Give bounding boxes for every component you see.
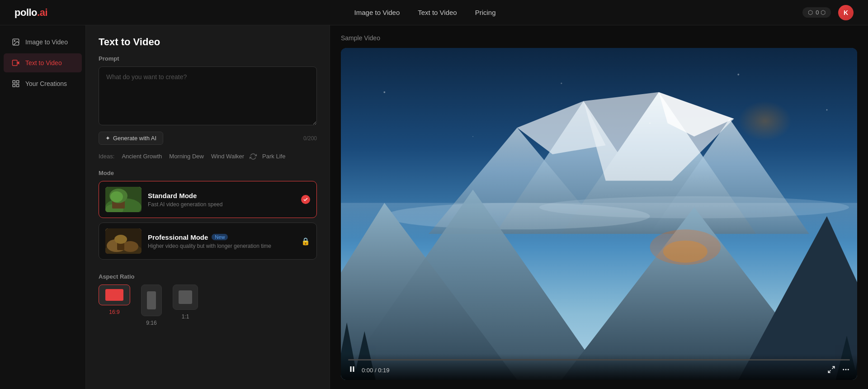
logo[interactable]: pollo.ai — [14, 7, 47, 19]
mode-selected-check — [301, 195, 310, 204]
svg-point-50 — [826, 109, 828, 111]
svg-point-58 — [845, 369, 847, 370]
logo-text: pollo.ai — [14, 7, 47, 19]
aspect-inner-1-1 — [179, 290, 192, 304]
svg-point-49 — [737, 74, 739, 76]
idea-chip-2[interactable]: Wind Walker — [209, 152, 246, 161]
fullscreen-icon[interactable] — [827, 365, 835, 375]
svg-rect-53 — [350, 366, 352, 372]
nav-image-to-video[interactable]: Image to Video — [354, 9, 400, 16]
aspect-inner-9-16 — [147, 291, 156, 309]
sidebar: Image to Video Text to Video Your Creati… — [0, 25, 86, 389]
aspect-preview-9-16 — [141, 285, 162, 316]
controls-right — [827, 365, 850, 375]
video-background — [341, 48, 857, 380]
video-player[interactable]: 0:00 / 0:19 — [341, 48, 857, 380]
prompt-label: Prompt — [99, 55, 317, 62]
generate-with-ai-button[interactable]: ✦ Generate with AI — [99, 132, 163, 145]
aspect-preview-16-9 — [99, 285, 130, 305]
time-display: 0:00 / 0:19 — [362, 367, 389, 374]
aspect-ratio-label: Aspect Ratio — [99, 273, 317, 280]
mode-section: Mode Standard Mode Fast AI video gener — [86, 170, 330, 273]
svg-rect-6 — [13, 85, 15, 87]
char-count: 0/200 — [303, 135, 317, 142]
sidebar-item-text-to-video[interactable]: Text to Video — [4, 53, 82, 72]
header-nav: Image to Video Text to Video Pricing — [354, 9, 496, 16]
ideas-section: Ideas: Ancient Growth Morning Dew Wind W… — [86, 152, 330, 170]
mode-info-professional: Professional Mode New Higher video quali… — [148, 233, 295, 249]
svg-rect-54 — [353, 366, 354, 372]
progress-bar[interactable] — [348, 359, 850, 361]
nav-pricing[interactable]: Pricing — [475, 9, 496, 16]
refresh-icon[interactable] — [250, 153, 257, 160]
sidebar-label-your-creations: Your Creations — [25, 80, 67, 87]
mode-card-standard[interactable]: Standard Mode Fast AI video generation s… — [99, 181, 317, 218]
aspect-ratio-section: Aspect Ratio 16:9 9:16 — [86, 273, 330, 335]
mode-name-standard: Standard Mode — [148, 192, 295, 199]
lock-icon: 🔒 — [301, 237, 310, 246]
svg-point-57 — [843, 369, 844, 370]
mode-card-professional[interactable]: Professional Mode New Higher video quali… — [99, 223, 317, 260]
svg-point-47 — [383, 91, 385, 93]
video-controls: 0:00 / 0:19 — [341, 354, 857, 380]
more-options-icon[interactable] — [842, 365, 850, 375]
svg-rect-2 — [13, 60, 18, 66]
svg-point-48 — [561, 83, 562, 84]
aspect-card-16-9[interactable]: 16:9 — [99, 285, 130, 326]
panel-area: Text to Video Prompt ✦ Generate with AI … — [86, 25, 330, 389]
svg-rect-7 — [17, 85, 19, 87]
grid-icon — [12, 80, 20, 88]
svg-line-56 — [828, 370, 830, 372]
mode-label: Mode — [99, 170, 317, 176]
svg-point-1 — [14, 40, 15, 41]
svg-point-19 — [114, 235, 127, 244]
avatar[interactable]: K — [838, 5, 854, 20]
pause-button[interactable] — [348, 365, 356, 375]
sparkle-icon: ✦ — [105, 135, 110, 142]
aspect-label-1-1: 1:1 — [182, 313, 189, 320]
aspect-inner-16-9 — [105, 289, 123, 301]
aspect-ratio-cards: 16:9 9:16 1:1 — [99, 285, 317, 326]
header: pollo.ai Image to Video Text to Video Pr… — [0, 0, 868, 25]
svg-line-55 — [832, 366, 835, 369]
panel-title: Text to Video — [99, 36, 317, 48]
sample-video-title: Sample Video — [341, 34, 857, 42]
aspect-preview-1-1 — [173, 285, 198, 310]
mode-thumb-standard — [105, 187, 142, 212]
mode-desc-standard: Fast AI video generation speed — [148, 201, 295, 208]
credits-badge: ⬡ 0 ⬡ — [802, 7, 831, 18]
svg-point-13 — [110, 191, 123, 202]
main-layout: Image to Video Text to Video Your Creati… — [0, 25, 868, 389]
idea-chip-0[interactable]: Ancient Growth — [120, 152, 164, 161]
aspect-label-9-16: 9:16 — [146, 320, 156, 326]
svg-rect-4 — [13, 81, 15, 83]
idea-chip-1[interactable]: Morning Dew — [167, 152, 206, 161]
controls-row: 0:00 / 0:19 — [348, 365, 850, 375]
idea-chip-3[interactable]: Park Life — [260, 152, 287, 161]
mode-info-standard: Standard Mode Fast AI video generation s… — [148, 192, 295, 208]
svg-rect-5 — [17, 81, 19, 83]
sidebar-label-text-to-video: Text to Video — [25, 59, 62, 66]
nav-text-to-video[interactable]: Text to Video — [418, 9, 457, 16]
mode-name-professional: Professional Mode New — [148, 233, 295, 241]
prompt-textarea[interactable] — [99, 66, 317, 125]
mode-desc-professional: Higher video quality but with longer gen… — [148, 243, 295, 249]
svg-point-59 — [848, 369, 849, 370]
ideas-label: Ideas: — [99, 153, 114, 160]
svg-point-46 — [663, 241, 708, 263]
svg-point-52 — [649, 122, 651, 124]
aspect-card-9-16[interactable]: 9:16 — [136, 285, 167, 326]
aspect-label-16-9: 16:9 — [109, 309, 119, 315]
image-icon — [12, 38, 20, 46]
sidebar-item-image-to-video[interactable]: Image to Video — [4, 33, 82, 52]
generate-btn-label: Generate with AI — [113, 135, 156, 142]
prompt-footer: ✦ Generate with AI 0/200 — [99, 132, 317, 145]
aspect-card-1-1[interactable]: 1:1 — [173, 285, 198, 326]
header-right: ⬡ 0 ⬡ K — [802, 5, 854, 20]
svg-point-51 — [472, 136, 473, 137]
video-area: Sample Video — [330, 25, 868, 389]
panel-header: Text to Video — [86, 25, 330, 55]
sidebar-item-your-creations[interactable]: Your Creations — [4, 74, 82, 93]
credits-value: 0 ⬡ — [816, 9, 826, 16]
mode-badge-new: New — [212, 234, 228, 240]
